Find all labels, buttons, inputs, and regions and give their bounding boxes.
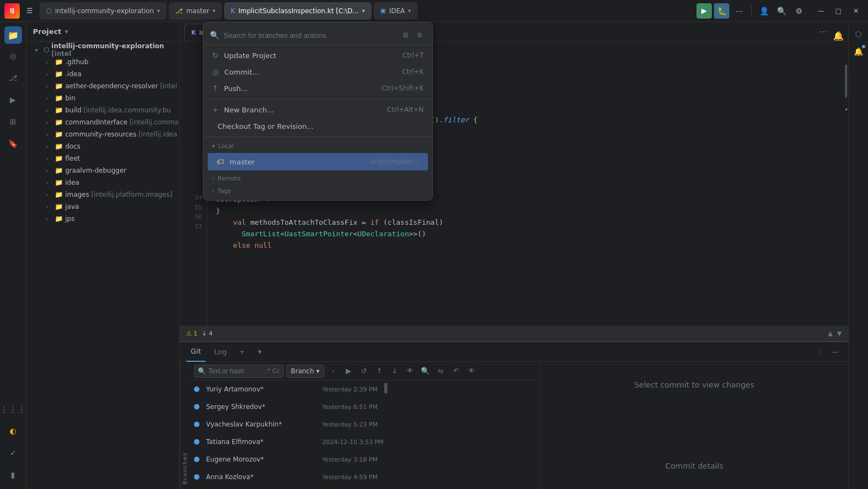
branch-master-item[interactable]: 🏷 master origin/master › xyxy=(208,153,428,170)
git-log-item-5[interactable]: Anna Kozlova* Yesterday 4:59 PM xyxy=(190,468,540,486)
fetch-button[interactable]: ▶ xyxy=(342,365,355,378)
expand-commits-button[interactable]: › xyxy=(327,365,340,378)
dropdown-checkout-tag[interactable]: Checkout Tag or Revision... xyxy=(203,118,432,134)
tab-more-button[interactable]: ⋯ xyxy=(819,26,827,37)
minimize-button[interactable]: — xyxy=(813,3,829,19)
tree-item-jps[interactable]: › 📁 jps xyxy=(26,213,179,225)
sidebar-git-status-button[interactable]: ✓ xyxy=(3,443,23,463)
dropdown-commit[interactable]: ◎ Commit... Ctrl+K xyxy=(203,64,432,80)
sidebar-notifications-button[interactable]: ◐ xyxy=(3,421,23,441)
remote-section-header[interactable]: › Remote xyxy=(203,172,432,184)
git-log-item-0[interactable]: Yuriy Artamonov* Yesterday 2:39 PM xyxy=(190,380,540,398)
folder-icon-idea-f: 📁 xyxy=(55,179,63,186)
project-tree-dropdown[interactable]: ▾ xyxy=(65,27,68,36)
case-toggle[interactable]: Cc xyxy=(272,367,280,374)
tree-item-docs[interactable]: › 📁 docs xyxy=(26,140,179,152)
dropdown-new-branch[interactable]: + New Branch... Ctrl+Alt+N xyxy=(203,101,432,118)
dropdown-update-project[interactable]: ↻ Update Project Ctrl+T xyxy=(203,47,432,64)
settings-button[interactable]: ⚙ xyxy=(791,3,807,19)
pull-button[interactable]: ↺ xyxy=(357,365,370,378)
tree-item-root[interactable]: ▾ ⬡ intellij-community-exploration [inte… xyxy=(26,44,179,56)
search-everywhere-button[interactable]: 🔍 xyxy=(774,3,789,19)
editor-scrollbar[interactable] xyxy=(844,42,848,326)
log-bottom-tab[interactable]: Log xyxy=(210,342,231,362)
git-log-item-2[interactable]: Vyacheslav Karpukhin* Yesterday 5:23 PM xyxy=(190,416,540,433)
git-time-3: 2024-12-10 3:53 PM xyxy=(322,439,384,446)
stash-button[interactable]: ↓ xyxy=(388,365,401,378)
idea-run-config-tab[interactable]: ▣ IDEA ▾ xyxy=(374,2,418,20)
project-tab[interactable]: ⬡ intellij-community-exploration ▾ xyxy=(39,2,167,20)
tab-options-button[interactable]: ▾ xyxy=(253,345,266,359)
folder-icon-bin: 📁 xyxy=(55,94,63,102)
scrollbar-thumb[interactable] xyxy=(845,65,847,98)
sidebar-more-button[interactable]: ⋮⋮⋮ xyxy=(3,399,23,419)
sidebar-bookmark-button[interactable]: 🔖 xyxy=(3,134,23,153)
sidebar-project-button[interactable]: 📁 xyxy=(4,26,22,44)
push-git-button[interactable]: ↑ xyxy=(373,365,386,378)
git-search-input[interactable] xyxy=(208,367,263,375)
git-log-item-1[interactable]: Sergey Shkredov* Yesterday 6:51 PM xyxy=(190,398,540,416)
branch-search-input[interactable] xyxy=(224,31,395,39)
tree-item-idea-folder[interactable]: › 📁 idea xyxy=(26,177,179,189)
notifications-bell[interactable]: 🔔 xyxy=(833,31,844,41)
tree-item-aether[interactable]: › 📁 aether-dependency-resolver [intel xyxy=(26,80,179,92)
expand-search-button[interactable]: ⊞ xyxy=(399,29,412,41)
tree-item-graalvm[interactable]: › 📁 graalvm-debugger xyxy=(26,164,179,177)
run-button[interactable]: ▶ xyxy=(696,3,712,19)
git-log-item-4[interactable]: Eugene Morozov* Yesterday 3:18 PM xyxy=(190,451,540,468)
code-line-55: SmartList<UastSmartPointer<UDeclaration>… xyxy=(216,229,835,240)
git-log-item-3[interactable]: Tatiana Elfimova* 2024-12-10 3:53 PM xyxy=(190,433,540,451)
add-tab-button[interactable]: + xyxy=(236,345,249,359)
tree-item-idea[interactable]: › 📁 .idea xyxy=(26,68,179,80)
log-settings-button[interactable]: 🔍 xyxy=(419,365,432,378)
eye-button[interactable]: 👁 xyxy=(403,365,416,378)
debug-button[interactable]: 🐛 xyxy=(714,3,729,19)
tree-item-build[interactable]: › 📁 build [intellij.idea.community.bu xyxy=(26,104,179,116)
commit-label: Commit... xyxy=(224,68,259,76)
sidebar-commit-button[interactable]: ◎ xyxy=(3,46,23,66)
search-settings-button[interactable]: ⚙ xyxy=(414,29,426,41)
tree-item-fleet[interactable]: › 📁 fleet xyxy=(26,152,179,164)
more-vertical-icon: ⋮⋮⋮ xyxy=(0,404,26,414)
sidebar-run-button[interactable]: ▶ xyxy=(3,90,23,110)
main-layout: 📁 ◎ ⎇ ▶ ⊞ 🔖 ⋮⋮⋮ ◐ ✓ ▮ P xyxy=(0,22,868,489)
close-button[interactable]: ✕ xyxy=(848,3,864,19)
tree-label-java: java xyxy=(65,203,79,211)
tree-item-cmd-iface[interactable]: › 📁 commandInterface [intellij.comma xyxy=(26,116,179,128)
close-panel-button[interactable]: — xyxy=(829,345,842,359)
tree-item-github[interactable]: › 📁 .github xyxy=(26,56,179,68)
hamburger-menu-button[interactable]: ☰ xyxy=(22,3,37,19)
right-sidebar-btn-1[interactable]: ⬡ xyxy=(851,26,866,42)
profile-button[interactable]: 👤 xyxy=(756,3,772,19)
nav-up-button[interactable]: ▲ xyxy=(828,330,832,337)
sidebar-structure-button[interactable]: ⊞ xyxy=(3,112,23,132)
nav-down-button[interactable]: ▼ xyxy=(837,330,842,337)
git-bottom-tab[interactable]: Git xyxy=(186,342,205,362)
more-actions-button[interactable]: ⋯ xyxy=(732,3,747,19)
tree-item-community-res[interactable]: › 📁 community-resources [intellij.idea xyxy=(26,128,179,140)
chevron-right-icon-java: › xyxy=(46,204,53,210)
sidebar-terminal-button[interactable]: ▮ xyxy=(3,465,23,485)
tree-label-bin: bin xyxy=(65,94,76,102)
revert-button[interactable]: ↶ xyxy=(449,365,462,378)
show-author-button[interactable]: 👁 xyxy=(465,365,478,378)
tree-item-bin[interactable]: › 📁 bin xyxy=(26,92,179,104)
folder-icon-aether: 📁 xyxy=(55,82,63,90)
maximize-button[interactable]: □ xyxy=(831,3,846,19)
branch-tab[interactable]: ⎇ master ▾ xyxy=(169,2,222,20)
tree-item-java[interactable]: › 📁 java xyxy=(26,201,179,213)
collapse-panel-button[interactable]: ⋮ xyxy=(813,345,826,359)
file-tab[interactable]: K ImplicitSubclassInspection.kt [C:\D...… xyxy=(224,2,372,20)
sidebar-git-button[interactable]: ⎇ xyxy=(3,68,23,88)
local-section-header[interactable]: ▾ Local xyxy=(203,139,432,152)
gutter-icon-1: ⬡ xyxy=(855,30,861,38)
dropdown-push[interactable]: ↑ Push... Ctrl+Shift+K xyxy=(203,80,432,96)
tags-section-header[interactable]: › Tags xyxy=(203,184,432,197)
branch-filter-dropdown[interactable]: Branch ▾ xyxy=(286,365,324,378)
right-sidebar-notifications[interactable]: 🔔 xyxy=(851,44,866,59)
cherry-pick-button[interactable]: ⇋ xyxy=(434,365,447,378)
git-left-with-label: Branches 🔍 .* Cc xyxy=(180,362,540,489)
warning-indicator xyxy=(846,109,847,110)
tree-item-images[interactable]: › 📁 images [intellij.platform.images] xyxy=(26,189,179,201)
regex-toggle[interactable]: .* xyxy=(265,367,270,374)
